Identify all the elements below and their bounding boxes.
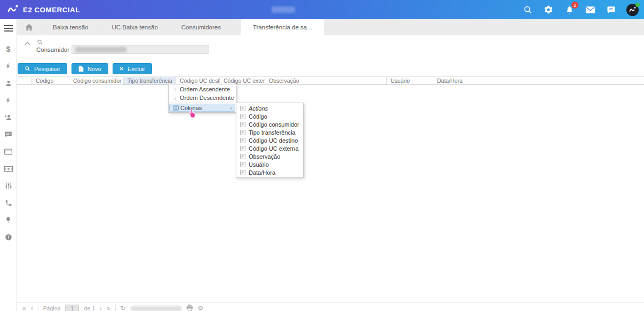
consumidor-field[interactable] — [71, 45, 209, 54]
tab-uc-baixa-tensao[interactable]: UC Baixa tensão — [100, 19, 170, 35]
page-number-input[interactable]: 1 — [65, 305, 79, 311]
sliders-icon[interactable] — [5, 182, 12, 190]
brand-logo-icon — [7, 4, 19, 15]
grid-col-usuario[interactable]: Usuário — [387, 77, 433, 84]
mail-icon[interactable] — [585, 4, 595, 15]
gear-icon[interactable] — [543, 4, 554, 15]
arrow-up-icon: ↑ — [170, 87, 180, 92]
person-icon[interactable] — [5, 79, 12, 87]
last-page-button[interactable]: » — [107, 305, 110, 311]
tab-transferencia-active[interactable]: Transferência de sa... — [241, 19, 324, 35]
excluir-button[interactable]: ✕ Excluir — [113, 63, 152, 74]
phone-icon[interactable] — [5, 199, 12, 207]
grid-col-codigo[interactable]: Código — [32, 77, 69, 84]
columns-submenu: ✓ Actions ✓ Código ✓ Código consumidor ✓… — [236, 103, 304, 178]
menu-item-ordem-descendente[interactable]: ↓ Ordem Descendente — [169, 94, 235, 102]
page-label: Página — [43, 305, 61, 311]
bolt-icon[interactable] — [5, 62, 12, 70]
menu-separator — [169, 103, 235, 103]
menu-item-colunas[interactable]: Colunas › — [169, 104, 235, 112]
grid-header: Código Código consumidor Tipo transferên… — [17, 76, 644, 85]
top-header: E2 COMERCIAL 2 — [0, 0, 644, 19]
header-icon-group: 2 — [522, 0, 639, 19]
checkbox-checked[interactable]: ✓ — [240, 170, 245, 175]
checkbox-checked[interactable]: ✓ — [240, 146, 245, 151]
bolt2-icon[interactable] — [5, 96, 12, 104]
search-icon[interactable] — [522, 4, 533, 15]
checkbox-checked[interactable]: ✓ — [240, 130, 245, 135]
checkbox-checked[interactable]: ✓ — [240, 114, 245, 119]
grid-col-observacao[interactable]: Observação — [265, 77, 387, 84]
columns-icon — [171, 105, 180, 111]
grid-col-tipo-transferencia[interactable]: Tipo transferência — [124, 77, 176, 84]
comment-icon[interactable] — [4, 130, 12, 138]
submenu-item-tipo-transferencia[interactable]: ✓ Tipo transferência — [236, 128, 303, 136]
app-window: { "header": { "brand": "E2 COMERCIAL", "… — [0, 0, 644, 311]
chat-icon[interactable] — [606, 4, 616, 15]
notification-badge: 2 — [571, 2, 578, 9]
pager-status-redacted — [131, 306, 181, 311]
pager-divider — [38, 305, 38, 311]
home-icon — [25, 24, 33, 31]
checkbox-checked[interactable]: ✓ — [240, 106, 245, 111]
checkbox-checked[interactable]: ✓ — [240, 154, 245, 159]
prev-page-button[interactable]: ‹ — [31, 305, 33, 311]
dollar-icon[interactable]: $ — [6, 45, 11, 53]
lightbulb-icon[interactable] — [5, 216, 12, 224]
avatar[interactable] — [626, 4, 639, 16]
novo-file-icon — [78, 66, 84, 72]
submenu-item-observacao[interactable]: ✓ Observação — [236, 152, 303, 160]
sidebar: $ — [0, 19, 17, 311]
page-of-label: de 1 — [84, 305, 94, 311]
pesquisar-button[interactable]: Pesquisar — [18, 63, 67, 74]
menu-icon[interactable] — [4, 24, 13, 34]
refresh-button[interactable]: ↻ — [121, 305, 126, 311]
print-icon[interactable] — [186, 305, 193, 311]
pager-divider — [115, 305, 116, 311]
tab-consumidores[interactable]: Consumidores — [170, 19, 233, 35]
person-add-icon[interactable] — [4, 113, 13, 121]
action-toolbar: Pesquisar Novo ✕ Excluir — [18, 63, 152, 74]
grid-col-codigo-uc-externa[interactable]: Código UC externa — [220, 77, 265, 84]
brand: E2 COMERCIAL — [0, 4, 80, 15]
consumidor-label: Consumidor — [17, 46, 69, 53]
submenu-item-data-hora[interactable]: ✓ Data/Hora — [236, 168, 303, 176]
column-context-menu: ↑ Ordem Ascendente ↓ Ordem Descendente C… — [168, 84, 236, 113]
submenu-item-codigo-consumidor[interactable]: ✓ Código consumidor — [236, 120, 303, 128]
header-redacted-text — [272, 6, 295, 13]
checkbox-checked[interactable]: ✓ — [240, 162, 245, 167]
main-content: Consumidor Pesquisar Novo ✕ Excluir Códi… — [17, 35, 644, 311]
tab-baixa-tensao[interactable]: Baixa tensão — [41, 19, 100, 35]
tab-home[interactable] — [17, 19, 41, 35]
online-status-dot — [635, 3, 640, 7]
menu-item-ordem-ascendente[interactable]: ↑ Ordem Ascendente — [169, 85, 235, 94]
avatar-logo-icon — [629, 6, 636, 13]
novo-button[interactable]: Novo — [71, 63, 108, 74]
grid-col-data-hora[interactable]: Data/Hora — [433, 77, 644, 84]
alert-icon[interactable] — [5, 233, 12, 241]
grid-col-codigo-consumidor[interactable]: Código consumidor — [69, 77, 124, 84]
excluir-x-icon: ✕ — [120, 66, 124, 72]
grid-col-actions[interactable] — [17, 77, 32, 84]
submenu-item-usuario[interactable]: ✓ Usuário — [236, 160, 303, 168]
card-icon[interactable] — [4, 147, 12, 156]
checkbox-checked[interactable]: ✓ — [240, 138, 245, 143]
pagination-bar: « ‹ Página 1 de 1 › » ↻ ⚙ — [17, 302, 644, 311]
next-page-button[interactable]: › — [100, 305, 102, 311]
grid-col-codigo-uc-destino[interactable]: Código UC destino — [176, 77, 220, 84]
submenu-item-codigo[interactable]: ✓ Código — [236, 112, 303, 120]
bell-icon[interactable]: 2 — [564, 4, 575, 15]
arrow-down-icon: ↓ — [170, 95, 180, 101]
submenu-arrow-icon: › — [230, 105, 234, 111]
brand-title: E2 COMERCIAL — [23, 6, 80, 14]
submenu-item-codigo-uc-externa[interactable]: ✓ Código UC externa — [236, 144, 303, 152]
money-icon[interactable] — [4, 165, 13, 173]
submenu-item-codigo-uc-destino[interactable]: ✓ Código UC destino — [236, 136, 303, 144]
pager-settings-icon[interactable]: ⚙ — [198, 305, 204, 311]
first-page-button[interactable]: « — [22, 305, 26, 311]
hand-cursor-icon — [188, 108, 196, 118]
pesquisar-search-icon — [25, 66, 30, 72]
submenu-item-actions[interactable]: ✓ Actions — [236, 104, 303, 112]
checkbox-checked[interactable]: ✓ — [240, 122, 245, 127]
tab-bar: Baixa tensão UC Baixa tensão Consumidore… — [17, 19, 644, 35]
